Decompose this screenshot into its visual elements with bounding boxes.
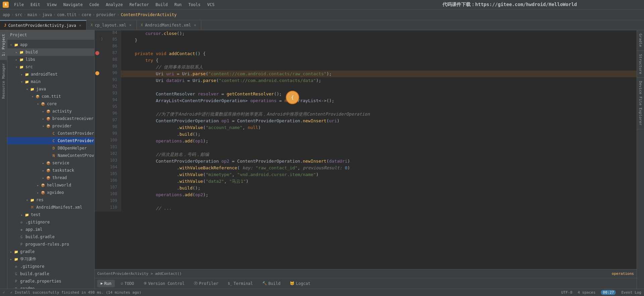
- tree-item-helloworld[interactable]: ▸ 📦 helloworld: [7, 181, 94, 189]
- code-100[interactable]: operations.add(op1);: [121, 138, 637, 144]
- menu-edit[interactable]: Edit: [29, 2, 42, 8]
- tree-item-gitignore-root[interactable]: ⊘ .gitignore: [7, 263, 94, 270]
- tree-item-gitignore-app[interactable]: ⊘ .gitignore: [7, 218, 94, 226]
- tree-item-app[interactable]: ▾ 📁 app: [7, 41, 94, 48]
- breadcrumb-core[interactable]: core: [82, 12, 91, 17]
- tree-item-src[interactable]: ▾ 📁 src: [7, 63, 94, 71]
- status-event-log[interactable]: Event Log: [621, 290, 641, 295]
- status-encoding[interactable]: UTF-8: [561, 290, 572, 295]
- tree-item-broadcastreceiver[interactable]: ▸ 📦 broadcastreceiver: [7, 115, 94, 122]
- tree-item-activity[interactable]: ▸ 📦 activity: [7, 108, 94, 115]
- tab-terminal[interactable]: $_ Terminal: [224, 280, 256, 287]
- menu-refactor[interactable]: Refactor: [128, 2, 150, 8]
- code-94[interactable]: ArrayList<ContentProviderOperation> oper…: [121, 97, 637, 104]
- tree-item-core[interactable]: ▾ 📦 core: [7, 100, 94, 108]
- tree-item-buildgradle-root[interactable]: G build.gradle: [7, 270, 94, 278]
- tab-todo[interactable]: ☑ TODO: [117, 280, 138, 287]
- code-101[interactable]: [121, 144, 637, 151]
- breadcrumb-provider[interactable]: provider: [96, 12, 116, 17]
- code-105[interactable]: .withValue("mimetype", "vnd.android.curs…: [121, 171, 637, 178]
- tab-close-1[interactable]: ✕: [78, 23, 82, 28]
- menu-vcs[interactable]: VCS: [206, 2, 216, 8]
- breadcrumb-app[interactable]: app: [3, 12, 10, 17]
- tree-item-service[interactable]: ▸ 📦 service: [7, 159, 94, 167]
- tree-item-res[interactable]: ▾ 📁 res: [7, 196, 94, 204]
- code-88[interactable]: try {: [121, 57, 637, 64]
- tab-run[interactable]: ▶ Run: [97, 280, 115, 287]
- code-104[interactable]: .withValueBackReference( key: "raw_conta…: [121, 165, 637, 171]
- tree-item-study[interactable]: ▸ 📁 学习课件: [7, 255, 94, 263]
- code-96[interactable]: //为了便于Android中进行批量数据库操作时效率更高，Android中推荐使…: [121, 111, 637, 118]
- project-panel-tab[interactable]: 1: Project: [0, 30, 7, 59]
- code-103[interactable]: ContentProviderOperation op2 = ContentPr…: [121, 158, 637, 165]
- bp-87[interactable]: [95, 50, 100, 57]
- tree-item-buildgradle[interactable]: G build.gradle: [7, 233, 94, 241]
- tree-item-dbopenhelper[interactable]: D DBOpenHelper: [7, 144, 94, 152]
- code-84[interactable]: cursor.close();: [121, 30, 637, 37]
- breadcrumb-java[interactable]: java: [42, 12, 52, 17]
- tree-item-comttit[interactable]: ▾ 📦 com.ttit: [7, 93, 94, 100]
- code-106[interactable]: .withValue("data2", "马云1"): [121, 178, 637, 185]
- tree-item-xgvideo[interactable]: ▸ 📦 xgvideo: [7, 189, 94, 196]
- tree-item-java-dir[interactable]: ▾ 📁 java: [7, 85, 94, 93]
- tab-profiler[interactable]: Ⓟ Profiler: [191, 280, 222, 287]
- code-91[interactable]: Uri dataUri = Uri.parse("content://com.a…: [121, 77, 637, 84]
- tree-item-test[interactable]: ▸ 📁 test: [7, 211, 94, 218]
- code-87[interactable]: private void addContact() {: [121, 50, 637, 57]
- code-86[interactable]: [121, 44, 637, 50]
- breadcrumb-main[interactable]: main: [28, 12, 37, 17]
- tree-item-thread[interactable]: ▸ 📦 thread: [7, 174, 94, 181]
- menu-view[interactable]: View: [46, 2, 58, 8]
- tree-content[interactable]: ▾ 📁 app ▸ 📁 build ▸ 📁 libs ▾ 📁 src: [7, 40, 94, 289]
- tab-androidmanifest[interactable]: X AndroidManifest.xml ✕: [137, 20, 202, 30]
- tree-item-proguard[interactable]: P proguard-rules.pro: [7, 241, 94, 248]
- tree-item-androidmanifest[interactable]: M AndroidManifest.xml: [7, 204, 94, 211]
- tab-version-control[interactable]: ⑨ Version Control: [140, 280, 188, 287]
- tree-item-readme[interactable]: R readme: [7, 285, 94, 289]
- tree-item-libs[interactable]: ▸ 📁 libs: [7, 56, 94, 63]
- code-container[interactable]: { 84 cursor.close(); } 85 }: [95, 30, 637, 269]
- code-99[interactable]: .build();: [121, 131, 637, 138]
- tab-gradle[interactable]: Gradle: [637, 30, 644, 51]
- tab-logcat[interactable]: 🐱 Logcat: [286, 280, 314, 287]
- tree-item-taskstack[interactable]: ▸ 📦 taskstack: [7, 167, 94, 174]
- menu-file[interactable]: File: [13, 2, 25, 8]
- tab-device-file-explorer[interactable]: Device File Explorer: [637, 78, 644, 129]
- tree-item-cp2ac[interactable]: C ContentProvider2Ac...: [7, 130, 94, 137]
- code-93[interactable]: ContentResolver resolver = getContentRes…: [121, 91, 637, 97]
- menu-analyze[interactable]: Analyze: [104, 2, 124, 8]
- tree-item-build[interactable]: ▸ 📁 build: [7, 48, 94, 56]
- code-109[interactable]: [121, 198, 637, 205]
- tree-item-cpactivity[interactable]: C ContentProviderActi...: [7, 137, 94, 144]
- code-95[interactable]: [121, 104, 637, 111]
- menu-tools[interactable]: Tools: [187, 2, 202, 8]
- resource-manager-tab[interactable]: Resource Manager: [0, 59, 7, 102]
- code-97[interactable]: ContentProviderOperation op1 = ContentPr…: [121, 118, 637, 124]
- code-110[interactable]: // ...: [121, 205, 637, 212]
- breadcrumb-src[interactable]: src: [15, 12, 22, 17]
- code-107[interactable]: .build();: [121, 185, 637, 192]
- tab-close-3[interactable]: ✕: [193, 23, 197, 27]
- code-89[interactable]: // 使用事务添加联系人: [121, 64, 637, 71]
- code-92[interactable]: [121, 84, 637, 91]
- tab-build[interactable]: 🔨 Build: [259, 280, 284, 287]
- tab-contentprovideractivity[interactable]: J ContentProviderActivity.java ✕: [0, 20, 87, 30]
- tree-item-provider[interactable]: ▾ 📦 provider: [7, 122, 94, 130]
- tree-item-androidtest[interactable]: ▸ 📁 androidTest: [7, 71, 94, 78]
- code-108[interactable]: operations.add(op2);: [121, 192, 637, 198]
- code-85[interactable]: }: [121, 37, 637, 44]
- menu-navigate[interactable]: Navigate: [62, 2, 84, 8]
- tree-item-appiml[interactable]: ◈ app.iml: [7, 226, 94, 233]
- tab-structure[interactable]: Structure: [637, 51, 644, 78]
- bp-90[interactable]: [95, 71, 100, 77]
- tree-item-gradle-root[interactable]: ▸ 📁 gradle: [7, 248, 94, 255]
- breadcrumb-package[interactable]: com.ttit: [57, 12, 76, 17]
- tab-close-2[interactable]: ✕: [128, 23, 132, 27]
- code-90[interactable]: Uri uri = Uri.parse("content://com.andro…: [121, 71, 637, 77]
- status-spaces[interactable]: 4 spaces: [578, 290, 595, 295]
- tree-item-gradleprops[interactable]: P gradle.properties: [7, 278, 94, 285]
- menu-build[interactable]: Build: [154, 2, 169, 8]
- code-102[interactable]: //依次是姓名，号码，邮编: [121, 151, 637, 158]
- code-98[interactable]: .withValue("account_name", null): [121, 124, 637, 131]
- tab-cplayout[interactable]: X cp_layout.xml ✕: [87, 20, 137, 30]
